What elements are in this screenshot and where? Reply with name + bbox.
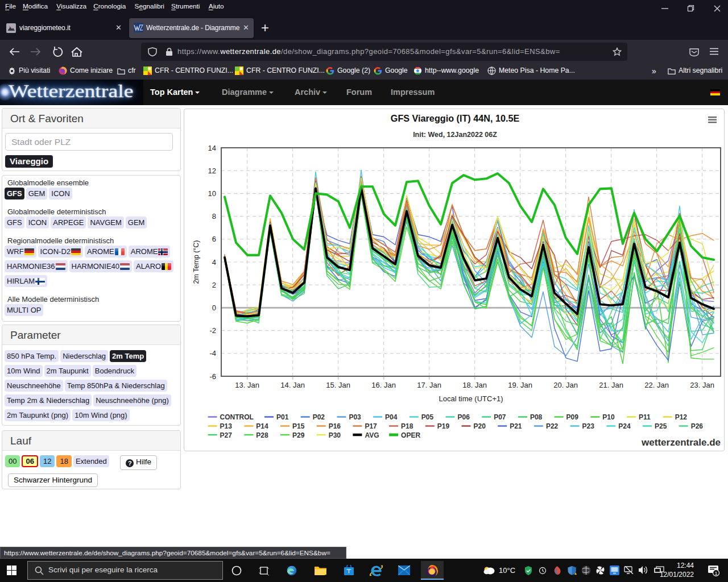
svg-text:18. Jan: 18. Jan — [462, 381, 487, 389]
svg-text:21. Jan: 21. Jan — [599, 381, 623, 389]
svg-text:P30: P30 — [329, 431, 341, 439]
svg-text:P07: P07 — [494, 413, 506, 421]
svg-text:P17: P17 — [365, 422, 377, 430]
svg-text:14. Jan: 14. Jan — [280, 381, 305, 389]
svg-text:10: 10 — [208, 189, 216, 198]
svg-text:-4: -4 — [209, 349, 216, 357]
svg-text:1: 1 — [714, 571, 717, 576]
svg-text:19. Jan: 19. Jan — [508, 381, 532, 389]
svg-text:P01: P01 — [276, 413, 289, 421]
svg-text:20. Jan: 20. Jan — [553, 381, 578, 389]
svg-text:CONTROL: CONTROL — [220, 413, 254, 421]
svg-text:14: 14 — [208, 144, 216, 152]
svg-text:P08: P08 — [530, 413, 543, 421]
svg-text:OPER: OPER — [401, 431, 420, 439]
svg-text:AVG: AVG — [365, 431, 379, 439]
svg-text:P16: P16 — [329, 422, 341, 430]
svg-text:P19: P19 — [437, 422, 450, 430]
svg-text:P29: P29 — [292, 431, 305, 439]
svg-text:2: 2 — [212, 281, 216, 289]
svg-text:6: 6 — [212, 235, 216, 243]
svg-text:16. Jan: 16. Jan — [371, 381, 396, 389]
svg-text:Local time (UTC+1): Local time (UTC+1) — [439, 394, 503, 403]
svg-text:wetterzentrale.de: wetterzentrale.de — [641, 437, 721, 448]
svg-text:P26: P26 — [691, 422, 704, 430]
svg-text:P23: P23 — [582, 422, 595, 430]
svg-text:GFS Viareggio (IT) 44N, 10.5E: GFS Viareggio (IT) 44N, 10.5E — [391, 113, 520, 123]
svg-text:P20: P20 — [474, 422, 486, 430]
svg-text:P15: P15 — [292, 422, 305, 430]
svg-text:23. Jan: 23. Jan — [690, 381, 714, 389]
svg-text:-2: -2 — [209, 326, 216, 335]
svg-text:P04: P04 — [385, 413, 398, 421]
svg-text:P12: P12 — [675, 413, 688, 421]
svg-text:4: 4 — [212, 258, 216, 267]
svg-text:22. Jan: 22. Jan — [644, 381, 669, 389]
svg-text:P25: P25 — [655, 422, 667, 430]
svg-text:13. Jan: 13. Jan — [235, 381, 259, 389]
svg-text:Init: Wed, 12Jan2022 06Z: Init: Wed, 12Jan2022 06Z — [413, 131, 497, 139]
svg-text:2m Temp (°C): 2m Temp (°C) — [192, 240, 200, 284]
svg-text:P27: P27 — [220, 431, 233, 439]
svg-text:P11: P11 — [639, 413, 651, 421]
svg-text:P24: P24 — [618, 422, 631, 430]
svg-text:P03: P03 — [349, 413, 361, 421]
svg-text:P02: P02 — [313, 413, 325, 421]
svg-text:P10: P10 — [602, 413, 615, 421]
svg-text:P09: P09 — [566, 413, 579, 421]
svg-text:P06: P06 — [458, 413, 470, 421]
svg-text:17. Jan: 17. Jan — [417, 381, 441, 389]
svg-text:15. Jan: 15. Jan — [326, 381, 350, 389]
svg-text:P13: P13 — [220, 422, 233, 430]
svg-text:P05: P05 — [421, 413, 434, 421]
svg-text:0: 0 — [212, 304, 216, 312]
svg-text:P21: P21 — [510, 422, 522, 430]
svg-text:P22: P22 — [546, 422, 559, 430]
svg-text:-6: -6 — [209, 372, 216, 381]
svg-text:P28: P28 — [256, 431, 268, 439]
svg-text:P14: P14 — [256, 422, 268, 430]
svg-text:8: 8 — [212, 212, 216, 221]
svg-text:P18: P18 — [401, 422, 413, 430]
svg-text:12: 12 — [208, 167, 216, 175]
